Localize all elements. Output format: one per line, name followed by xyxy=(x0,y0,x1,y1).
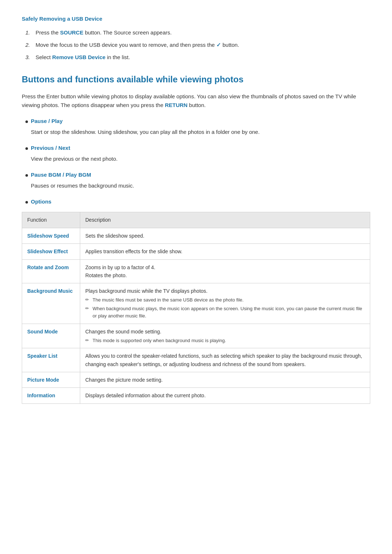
bullet-pause-play: Pause / Play Start or stop the slideshow… xyxy=(25,117,370,139)
buttons-section-title: Buttons and functions available while vi… xyxy=(22,73,370,86)
pencil-icon-1: ✏ xyxy=(85,296,91,303)
table-row: Slideshow Effect Applies transition effe… xyxy=(22,244,370,259)
step-3: 3. Select Remove USB Device in the list. xyxy=(25,53,370,62)
func-picture-mode: Picture Mode xyxy=(22,372,80,388)
desc-slideshow-speed: Sets the slideshow speed. xyxy=(80,228,370,243)
pencil-icon-3: ✏ xyxy=(85,337,91,344)
bg-music-note-2: When background music plays, the music i… xyxy=(93,305,365,320)
source-highlight: SOURCE xyxy=(60,29,83,36)
step-2: 2. Move the focus to the USB device you … xyxy=(25,41,370,49)
buttons-intro: Press the Enter button while viewing pho… xyxy=(22,92,370,110)
desc-speaker-list: Allows you to control the speaker-relate… xyxy=(80,348,370,372)
bg-music-note-1: The music files must be saved in the sam… xyxy=(93,296,244,304)
step-1-num: 1. xyxy=(25,28,32,37)
func-sound-mode: Sound Mode xyxy=(22,324,80,348)
table-header-row: Function Description xyxy=(22,212,370,228)
pause-play-label: Pause / Play xyxy=(31,117,63,126)
checkmark-icon: ✓ xyxy=(216,42,221,48)
return-highlight: RETURN xyxy=(165,102,188,108)
desc-information: Displays detailed information about the … xyxy=(80,388,370,403)
func-background-music: Background Music xyxy=(22,283,80,324)
pause-play-desc: Start or stop the slideshow. Using slide… xyxy=(31,128,370,136)
table-row: Rotate and Zoom Zooms in by up to a fact… xyxy=(22,259,370,283)
prev-next-label: Previous / Next xyxy=(31,144,70,152)
buttons-section: Buttons and functions available while vi… xyxy=(22,73,370,404)
col-description: Description xyxy=(80,212,370,228)
bullet-prev-next: Previous / Next View the previous or the… xyxy=(25,144,370,166)
col-function: Function xyxy=(22,212,80,228)
desc-background-music: Plays background music while the TV disp… xyxy=(80,283,370,324)
step-1: 1. Press the SOURCE button. The Source s… xyxy=(25,28,370,37)
bgm-label: Pause BGM / Play BGM xyxy=(31,171,91,179)
options-table: Function Description Slideshow Speed Set… xyxy=(22,212,370,403)
table-row: Speaker List Allows you to control the s… xyxy=(22,348,370,372)
safe-remove-steps: 1. Press the SOURCE button. The Source s… xyxy=(25,28,370,62)
pencil-icon-2: ✏ xyxy=(85,305,91,312)
func-slideshow-speed: Slideshow Speed xyxy=(22,228,80,243)
step-1-text: Press the SOURCE button. The Source scre… xyxy=(36,28,172,37)
step-3-num: 3. xyxy=(25,53,32,62)
bullet-dot-4 xyxy=(25,201,28,204)
desc-slideshow-effect: Applies transition effects for the slide… xyxy=(80,244,370,259)
step-3-text: Select Remove USB Device in the list. xyxy=(36,53,130,62)
func-information: Information xyxy=(22,388,80,403)
table-row: Information Displays detailed informatio… xyxy=(22,388,370,403)
step-2-text: Move the focus to the USB device you wan… xyxy=(36,41,239,49)
table-row: Picture Mode Changes the picture mode se… xyxy=(22,372,370,388)
desc-sound-mode: Changes the sound mode setting. ✏ This m… xyxy=(80,324,370,348)
safe-remove-title: Safely Removing a USB Device xyxy=(22,15,370,23)
bullet-dot-2 xyxy=(25,147,28,150)
bullets-list: Pause / Play Start or stop the slideshow… xyxy=(25,117,370,206)
desc-picture-mode: Changes the picture mode setting. xyxy=(80,372,370,388)
options-label: Options xyxy=(31,197,52,206)
bgm-desc: Pauses or resumes the background music. xyxy=(31,181,370,190)
bullet-options: Options xyxy=(25,197,370,206)
step-2-num: 2. xyxy=(25,41,32,49)
prev-next-desc: View the previous or the next photo. xyxy=(31,155,370,163)
bullet-dot-3 xyxy=(25,174,28,177)
func-rotate-zoom: Rotate and Zoom xyxy=(22,259,80,283)
bullet-bgm: Pause BGM / Play BGM Pauses or resumes t… xyxy=(25,171,370,193)
table-row: Slideshow Speed Sets the slideshow speed… xyxy=(22,228,370,243)
table-row: Background Music Plays background music … xyxy=(22,283,370,324)
safe-remove-section: Safely Removing a USB Device 1. Press th… xyxy=(22,15,370,62)
bullet-dot-1 xyxy=(25,120,28,123)
table-body: Slideshow Speed Sets the slideshow speed… xyxy=(22,228,370,403)
table-row: Sound Mode Changes the sound mode settin… xyxy=(22,324,370,348)
func-slideshow-effect: Slideshow Effect xyxy=(22,244,80,259)
func-speaker-list: Speaker List xyxy=(22,348,80,372)
sound-mode-note: This mode is supported only when backgro… xyxy=(93,337,226,345)
remove-usb-highlight: Remove USB Device xyxy=(52,54,106,60)
desc-rotate-zoom: Zooms in by up to a factor of 4.Rotates … xyxy=(80,259,370,283)
